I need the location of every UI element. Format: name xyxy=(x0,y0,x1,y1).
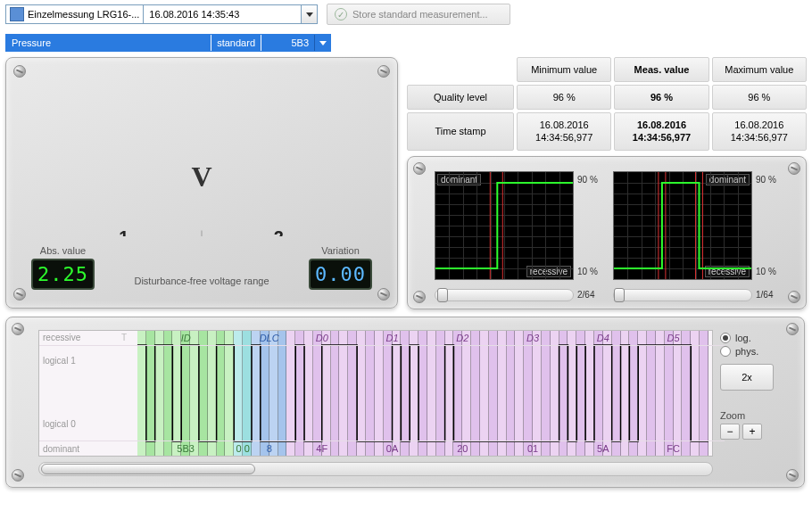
stats-table: Minimum value Meas. value Maximum value … xyxy=(407,57,807,151)
stats-timestamp-max: 16.08.201614:34:56,977 xyxy=(712,112,807,151)
scope-pct-low: 10 % xyxy=(756,267,784,276)
stats-header-min: Minimum value xyxy=(517,57,611,82)
signal-id: 5B3 xyxy=(261,35,314,51)
wave-t-label: T xyxy=(121,333,127,342)
radio-icon xyxy=(720,346,731,357)
stats-header-meas: Meas. value xyxy=(614,57,708,82)
view-phys-radio[interactable]: phys. xyxy=(720,346,791,357)
chevron-down-icon xyxy=(319,41,327,45)
store-standard-button[interactable]: ✓ Store standard measurement... xyxy=(327,4,510,25)
scope-right: dominant recessive xyxy=(613,171,752,280)
signal-standard: standard xyxy=(211,35,261,51)
scope-left: dominant recessive xyxy=(435,171,574,280)
stats-row-timestamp-label: Time stamp xyxy=(407,112,514,151)
wave-row-recessive: recessive xyxy=(43,333,80,342)
scope-right-slider[interactable] xyxy=(613,289,752,301)
waveform-panel: recessive T logical 1 logical 0 dominant… xyxy=(5,317,805,488)
gauge-unit: V xyxy=(6,161,397,194)
stats-quality-min: 96 % xyxy=(517,85,611,110)
voltage-gauge: 0 1 2 3 xyxy=(33,76,370,236)
scope-pct-high: 90 % xyxy=(756,175,784,185)
wave-row-logical1: logical 1 xyxy=(43,356,76,366)
view-log-radio[interactable]: log. xyxy=(720,333,791,343)
variation-display: 0.00 xyxy=(309,259,372,290)
zoom-out-button[interactable]: − xyxy=(720,424,740,440)
waveform-area[interactable]: recessive T logical 1 logical 0 dominant… xyxy=(38,330,713,457)
measurement-icon xyxy=(10,7,24,21)
stats-header-max: Maximum value xyxy=(712,57,807,82)
waveform-scrollbar[interactable] xyxy=(38,462,713,476)
gauge-panel: 0 1 2 3 V Abs. value 2.25 Disturbance-fr… xyxy=(5,57,398,309)
stats-quality-meas: 96 % xyxy=(614,85,708,110)
wave-row-logical0: logical 0 xyxy=(43,419,76,429)
signal-dropdown-button[interactable] xyxy=(314,35,330,51)
scope-left-slider[interactable] xyxy=(435,289,574,301)
radio-icon xyxy=(720,333,731,343)
variation-label: Variation xyxy=(309,245,372,256)
abs-value-display: 2.25 xyxy=(31,259,95,290)
measurement-dropdown-button[interactable] xyxy=(301,5,317,23)
signal-name: Pressure xyxy=(6,35,211,51)
store-standard-label: Store standard measurement... xyxy=(352,9,488,20)
abs-value-label: Abs. value xyxy=(31,245,95,256)
chevron-down-icon xyxy=(306,12,313,17)
scope-panel: dominant recessive 90 % 10 % dominant re… xyxy=(407,156,807,309)
scope-right-count: 1/64 xyxy=(752,289,784,301)
wave-row-dominant: dominant xyxy=(43,444,79,454)
scope-left-count: 2/64 xyxy=(574,289,606,301)
zoom-label: Zoom xyxy=(720,410,791,421)
stats-timestamp-min: 16.08.201614:34:56,977 xyxy=(517,112,611,151)
measurement-datetime: 16.08.2016 14:35:43 xyxy=(143,5,301,23)
zoom-2x-button[interactable]: 2x xyxy=(720,364,774,391)
stats-timestamp-meas: 16.08.201614:34:56,977 xyxy=(614,112,708,151)
check-icon: ✓ xyxy=(335,8,347,21)
stats-quality-max: 96 % xyxy=(712,85,807,110)
signal-selector[interactable]: Pressure standard 5B3 xyxy=(5,34,331,52)
stats-row-quality-label: Quality level xyxy=(407,85,514,110)
zoom-in-button[interactable]: + xyxy=(742,424,762,440)
measurement-title: Einzelmessung LRG16-... xyxy=(28,9,143,20)
scope-pct-high: 90 % xyxy=(577,175,606,185)
svg-text:1: 1 xyxy=(119,227,128,236)
scope-pct-low: 10 % xyxy=(577,267,606,276)
disturbance-label: Disturbance-free voltage range xyxy=(134,276,269,290)
measurement-select[interactable]: Einzelmessung LRG16-... 16.08.2016 14:35… xyxy=(5,4,318,24)
svg-text:2: 2 xyxy=(274,227,284,236)
